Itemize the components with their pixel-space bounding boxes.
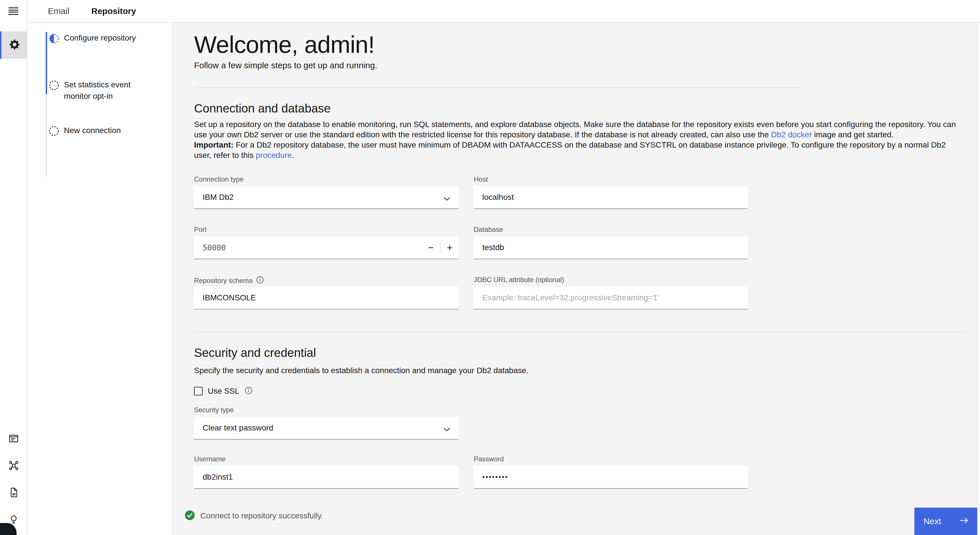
database-input[interactable]: testdb [474,236,748,259]
next-button[interactable]: Next [914,508,977,535]
connection-type-value: IBM Db2 [203,193,234,202]
step-label: New connection [64,125,121,136]
tab-email[interactable]: Email [48,0,69,22]
chevron-down-icon [443,194,451,203]
port-label: Port [194,226,207,234]
repository-schema-label-text: Repository schema [194,277,253,285]
security-type-label: Security type [194,406,234,414]
step-label: Set statistics event monitor opt-in [64,79,158,102]
connection-section-description: Set up a repository on the database to e… [194,119,962,161]
username-value: db2inst1 [203,473,233,482]
wizard-step-new-connection[interactable]: New connection [49,126,121,137]
connection-status: Connect to repository successfully. [185,510,323,522]
step-current-icon [49,33,59,44]
tab-repository-label: Repository [91,6,136,16]
page-title: Welcome, admin! [194,31,374,59]
use-ssl-checkbox-row: Use SSL [194,387,253,396]
use-ssl-checkbox[interactable] [194,387,203,395]
success-check-icon [185,510,195,522]
wizard-step-configure-repository[interactable]: Configure repository [49,33,136,44]
gear-icon [9,39,20,51]
status-message: Connect to repository successfully. [200,511,323,521]
port-number-input[interactable]: 50000 − + [194,236,459,259]
username-label: Username [194,455,226,463]
connection-type-dropdown[interactable]: IBM Db2 [194,186,459,209]
description-text: . [292,151,294,159]
sidebar-item-documentation[interactable] [0,479,27,507]
step-notstarted-icon [49,80,59,91]
db2-docker-link[interactable]: Db2 docker [771,130,812,139]
tab-email-label: Email [48,6,69,16]
app-header: Email Repository [27,0,980,23]
password-label: Password [474,455,504,463]
step-label: Configure repository [64,32,136,44]
host-input[interactable]: localhost [474,186,748,209]
next-button-label: Next [923,516,941,526]
progress-line-current [46,32,47,94]
info-icon[interactable] [245,387,253,396]
repository-schema-input[interactable]: IBMCONSOLE [194,287,459,309]
wizard-step-statistics-optin[interactable]: Set statistics event monitor opt-in [49,80,158,102]
important-label: Important: [194,140,234,149]
main-content: Welcome, admin! Follow a few simple step… [171,23,977,535]
document-icon [8,487,19,499]
username-input[interactable]: db2inst1 [194,466,459,489]
host-value: localhost [482,193,514,202]
security-type-dropdown[interactable]: Clear text password [194,417,459,439]
wizard-progress-panel: Configure repository Set statistics even… [27,23,171,535]
chevron-down-icon [443,425,451,434]
jdbc-url-label: JDBC URL attribute (optional) [474,276,564,284]
progress-line-upcoming [46,94,47,177]
database-label: Database [474,226,503,234]
port-value: 50000 [203,243,226,252]
description-text: For a Db2 repository database, the user … [194,140,946,159]
sidebar-item-connections[interactable] [0,452,27,480]
repository-schema-value: IBMCONSOLE [203,293,256,303]
security-type-value: Clear text password [203,424,273,433]
repository-schema-label: Repository schema [194,276,264,285]
section-divider [194,88,803,88]
port-stepper: − + [422,236,459,259]
description-text: image and get started. [812,130,894,139]
web-console-icon [8,433,19,445]
arrow-right-icon [959,516,969,526]
database-value: testdb [482,243,504,252]
connection-section-title: Connection and database [194,102,331,115]
jdbc-url-placeholder: Example: traceLevel=32;progressiveStream… [482,293,659,303]
section-divider [194,331,966,332]
password-masked-value: •••••••• [482,473,508,481]
connections-icon [8,460,19,472]
connection-type-label: Connection type [194,175,243,183]
security-section-title: Security and credential [194,346,316,360]
step-notstarted-icon [49,126,59,137]
left-nav-rail [0,0,27,535]
info-icon[interactable] [256,276,264,285]
procedure-link[interactable]: procedure [256,151,292,159]
host-label: Host [474,175,488,183]
password-input[interactable]: •••••••• [474,466,748,489]
use-ssl-label: Use SSL [208,387,239,396]
decrement-button[interactable]: − [422,236,440,259]
increment-button[interactable]: + [441,236,459,259]
tab-repository[interactable]: Repository [91,0,136,22]
page-subtitle: Follow a few simple steps to get up and … [194,61,377,70]
security-section-description: Specify the security and credentials to … [194,365,962,376]
menu-icon[interactable] [9,8,18,15]
sidebar-item-settings[interactable] [0,32,27,59]
sidebar-item-console[interactable] [0,425,27,453]
jdbc-url-input[interactable]: Example: traceLevel=32;progressiveStream… [474,287,748,309]
vertical-scrollbar[interactable] [977,23,980,535]
